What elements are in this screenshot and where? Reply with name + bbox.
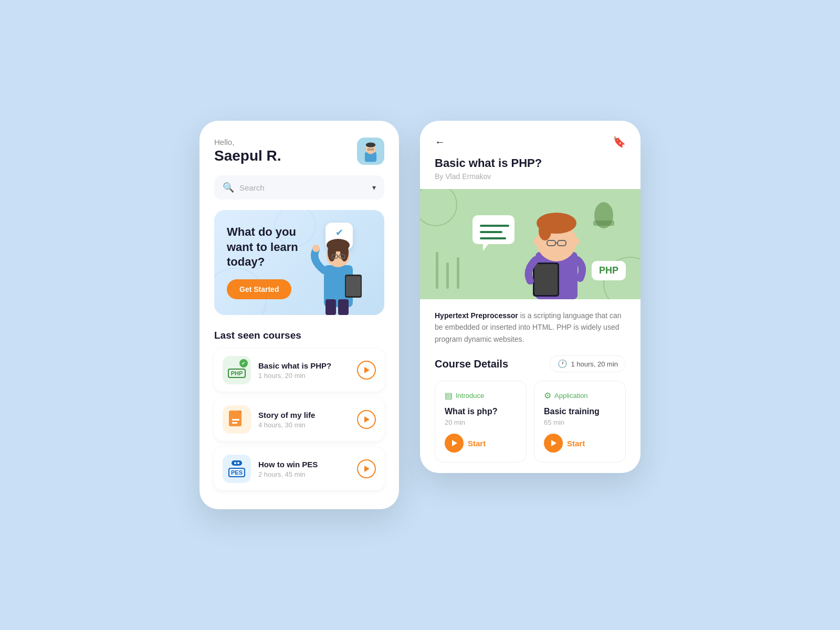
play-button[interactable] xyxy=(357,361,376,380)
svg-point-42 xyxy=(574,237,579,246)
back-button[interactable]: ← xyxy=(435,136,445,148)
module-card-application: ⚙ Application Basic training 65 min Star… xyxy=(534,381,626,463)
svg-point-28 xyxy=(594,202,613,228)
clock-icon: 🕐 xyxy=(558,359,568,369)
start-button-application[interactable]: Start xyxy=(544,434,585,453)
course-info: Basic what is PHP? 1 hours, 20 min xyxy=(258,361,350,380)
course-thumbnail-pes: PES xyxy=(223,455,251,483)
module-card-introduce: ▤ Introduce What is php? 20 min Start xyxy=(435,381,527,463)
svg-rect-25 xyxy=(446,262,449,289)
svg-rect-44 xyxy=(534,264,558,295)
play-button[interactable] xyxy=(357,410,376,429)
php-label: PHP xyxy=(228,369,246,378)
svg-rect-21 xyxy=(232,419,239,421)
home-banner: What do you want to learn today? Get Sta… xyxy=(214,210,384,315)
greeting-hello: Hello, xyxy=(214,138,281,146)
module-duration: 20 min xyxy=(445,418,517,426)
home-screen: Hello, Saepul R. xyxy=(200,121,399,509)
last-seen-title: Last seen courses xyxy=(214,330,384,341)
course-name: Story of my life xyxy=(258,411,350,419)
module-duration: 65 min xyxy=(544,418,616,426)
application-icon: ⚙ xyxy=(544,391,551,401)
start-button-introduce[interactable]: Start xyxy=(445,434,486,453)
chevron-down-icon: ▾ xyxy=(372,183,376,192)
svg-rect-20 xyxy=(229,411,242,426)
course-duration: 4 hours, 30 min xyxy=(258,421,350,429)
desc-bold: Hypertext Preprocessor xyxy=(435,311,518,320)
detail-header: ← 🔖 xyxy=(420,121,640,156)
svg-rect-19 xyxy=(338,299,349,315)
list-item[interactable]: ✔ PHP Basic what is PHP? 1 hours, 20 min xyxy=(214,349,384,392)
module-tag: ⚙ Application xyxy=(544,391,616,401)
course-info: Story of my life 4 hours, 30 min xyxy=(258,411,350,429)
greeting-block: Hello, Saepul R. xyxy=(214,138,281,164)
start-label: Start xyxy=(567,439,585,448)
course-duration: 1 hours, 20 min xyxy=(258,372,350,380)
course-thumbnail-story xyxy=(223,405,251,434)
module-tag-label: Application xyxy=(554,392,588,400)
course-name: How to win PES xyxy=(258,460,350,469)
search-icon: 🔍 xyxy=(223,182,234,193)
course-list: ✔ PHP Basic what is PHP? 1 hours, 20 min xyxy=(214,349,384,490)
svg-rect-17 xyxy=(346,276,361,296)
svg-point-15 xyxy=(312,245,320,252)
play-icon xyxy=(445,434,464,453)
detail-title-area: Basic what is PHP? By Vlad Ermakov xyxy=(420,156,640,189)
list-item[interactable]: Story of my life 4 hours, 30 min xyxy=(214,398,384,441)
svg-rect-24 xyxy=(436,252,438,289)
course-details-header: Course Details 🕐 1 hours, 20 min xyxy=(435,355,626,372)
start-label: Start xyxy=(468,439,486,448)
modules-grid: ▤ Introduce What is php? 20 min Start ⚙ … xyxy=(435,381,626,463)
course-details-section: Course Details 🕐 1 hours, 20 min ▤ Intro… xyxy=(420,355,640,473)
pes-bubble xyxy=(232,460,242,466)
play-icon xyxy=(544,434,563,453)
banner-illustration xyxy=(300,218,384,315)
svg-point-41 xyxy=(534,237,539,246)
module-name: Basic training xyxy=(544,407,616,416)
course-details-title: Course Details xyxy=(435,358,508,370)
course-name: Basic what is PHP? xyxy=(258,361,350,370)
detail-screen: ← 🔖 Basic what is PHP? By Vlad Ermakov xyxy=(420,121,640,473)
svg-point-37 xyxy=(539,222,551,240)
course-info: How to win PES 2 hours, 45 min xyxy=(258,460,350,478)
svg-rect-18 xyxy=(326,299,336,315)
check-icon: ✔ xyxy=(239,359,248,368)
detail-hero-image: PHP xyxy=(420,189,640,299)
list-item[interactable]: PES How to win PES 2 hours, 45 min xyxy=(214,447,384,490)
course-thumbnail-php: ✔ PHP xyxy=(223,356,251,384)
duration-badge: 🕐 1 hours, 20 min xyxy=(550,355,626,372)
php-hero-badge: PHP xyxy=(592,261,626,280)
module-name: What is php? xyxy=(445,407,517,416)
module-tag: ▤ Introduce xyxy=(445,391,517,401)
bookmark-button[interactable]: 🔖 xyxy=(613,135,626,148)
introduce-icon: ▤ xyxy=(445,391,453,401)
app-container: Hello, Saepul R. xyxy=(200,89,640,541)
course-duration: 2 hours, 45 min xyxy=(258,470,350,478)
search-bar[interactable]: 🔍 Search ▾ xyxy=(214,175,384,200)
avatar[interactable] xyxy=(357,138,384,165)
svg-rect-22 xyxy=(232,422,237,424)
search-input[interactable]: Search xyxy=(239,183,367,192)
duration-label: 1 hours, 20 min xyxy=(571,360,618,368)
svg-rect-29 xyxy=(472,215,514,244)
detail-course-title: Basic what is PHP? xyxy=(435,156,626,170)
detail-description: Hypertext Preprocessor is a scripting la… xyxy=(420,310,640,355)
greeting-name: Saepul R. xyxy=(214,148,281,164)
pes-label: PES xyxy=(228,468,245,477)
svg-point-3 xyxy=(366,142,375,147)
svg-rect-26 xyxy=(457,257,459,289)
play-button[interactable] xyxy=(357,459,376,478)
detail-author: By Vlad Ermakov xyxy=(435,172,626,181)
module-tag-label: Introduce xyxy=(456,392,484,400)
home-header: Hello, Saepul R. xyxy=(214,138,384,165)
